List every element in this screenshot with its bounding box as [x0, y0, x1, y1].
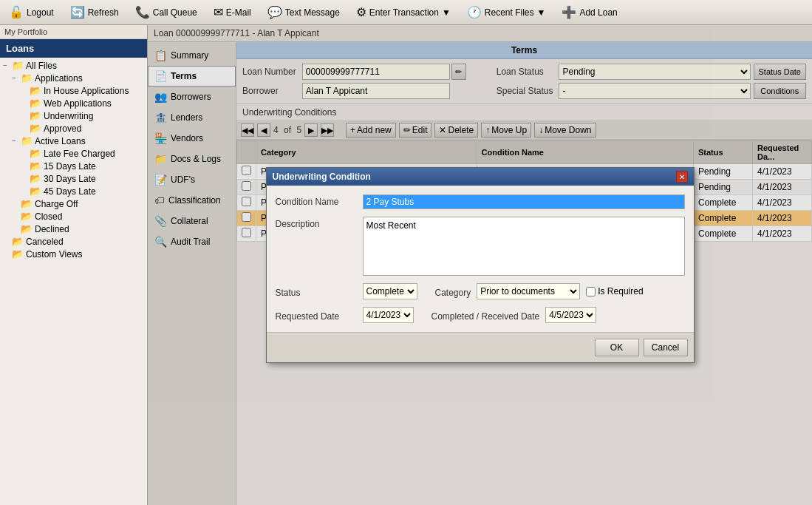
folder-icon: 📂 — [21, 223, 33, 234]
modal-close-btn[interactable]: ✕ — [676, 171, 688, 183]
description-textarea[interactable]: Most Recent — [363, 217, 685, 276]
folder-icon: 📂 — [30, 148, 41, 159]
folder-icon: 📂 — [21, 198, 33, 209]
tree: − 📁 All Files − 📁 Applications 📂 In Hous… — [0, 58, 147, 262]
expand-icon — [12, 200, 19, 208]
category-label: Category — [435, 285, 471, 298]
is-required-checkbox[interactable] — [586, 287, 596, 296]
description-label: Description — [276, 217, 357, 229]
folder-icon: 📂 — [30, 110, 41, 121]
recent-files-button[interactable]: 🕐 Recent Files ▼ — [464, 4, 549, 21]
folder-icon: 📂 — [30, 186, 41, 197]
folder-icon: 📁 — [21, 135, 33, 146]
text-message-button[interactable]: 💬 Text Message — [265, 4, 343, 21]
add-loan-button[interactable]: ➕ Add Loan — [559, 4, 620, 21]
is-required-label: Is Required — [586, 286, 643, 296]
recent-files-icon: 🕐 — [467, 5, 482, 19]
modal-dates-row: Requested Date 4/1/2023 Completed / Rece… — [276, 307, 685, 323]
folder-icon: 📁 — [12, 60, 24, 71]
folder-icon: 📂 — [30, 160, 41, 172]
toolbar: 🔓 Logout 🔄 Refresh 📞 Call Queue ✉ E-Mail… — [0, 0, 812, 25]
folder-icon: 📁 — [21, 72, 33, 84]
modal-ok-btn[interactable]: OK — [595, 339, 639, 356]
expand-icon — [21, 174, 28, 183]
enter-transaction-dropdown-icon: ▼ — [442, 7, 451, 18]
sidebar-item-canceled[interactable]: 📂 Canceled — [0, 235, 147, 248]
folder-icon: 📂 — [21, 211, 33, 222]
recent-files-dropdown-icon: ▼ — [537, 7, 546, 18]
expand-icon — [12, 212, 19, 220]
modal-cancel-btn[interactable]: Cancel — [644, 339, 688, 356]
call-queue-button[interactable]: 📞 Call Queue — [132, 4, 200, 21]
refresh-icon: 🔄 — [70, 5, 85, 19]
email-button[interactable]: ✉ E-Mail — [211, 4, 254, 21]
sidebar-item-web-apps[interactable]: 📂 Web Applications — [0, 97, 147, 109]
requested-date-select[interactable]: 4/1/2023 — [363, 307, 414, 323]
modal-condition-name-row: Condition Name — [276, 194, 685, 209]
sidebar-item-45-days[interactable]: 📂 45 Days Late — [0, 185, 147, 197]
enter-transaction-icon: ⚙ — [356, 5, 366, 19]
content-area: Loan 000009999777711 - Alan T Appicant 📋… — [148, 25, 812, 505]
sidebar-item-underwriting[interactable]: 📂 Underwriting — [0, 109, 147, 122]
call-queue-icon: 📞 — [135, 5, 150, 19]
status-label: Status — [276, 285, 357, 298]
sidebar-item-30-days[interactable]: 📂 30 Days Late — [0, 172, 147, 185]
condition-name-input[interactable] — [363, 194, 685, 209]
sidebar: My Portfolio Loans − 📁 All Files − 📁 App… — [0, 25, 148, 505]
modal-overlay: Underwriting Condition ✕ Condition Name — [236, 42, 812, 505]
sidebar-item-closed[interactable]: 📂 Closed — [0, 210, 147, 223]
text-message-icon: 💬 — [267, 5, 282, 19]
content-body: 📋 Summary 📄 Terms 👥 Borrowers 🏦 Lenders … — [148, 42, 812, 505]
expand-icon — [21, 87, 28, 95]
expand-icon — [21, 112, 28, 120]
completed-received-label: Completed / Received Date — [431, 309, 540, 322]
sidebar-item-custom-views[interactable]: 📂 Custom Views — [0, 248, 147, 260]
folder-icon: 📂 — [30, 85, 41, 96]
expand-icon — [21, 187, 28, 195]
expand-icon — [3, 237, 10, 245]
refresh-button[interactable]: 🔄 Refresh — [67, 4, 122, 21]
main-layout: My Portfolio Loans − 📁 All Files − 📁 App… — [0, 25, 812, 505]
modal-status-row: Status Complete Pending Waived Category … — [276, 283, 685, 299]
modal-title: Underwriting Condition — [273, 172, 371, 182]
expand-icon — [21, 162, 28, 170]
sidebar-item-in-house-apps[interactable]: 📂 In House Applications — [0, 84, 147, 97]
folder-icon: 📂 — [30, 98, 41, 109]
expand-icon: − — [12, 137, 19, 145]
sidebar-item-all-files[interactable]: − 📁 All Files — [0, 59, 147, 72]
expand-icon — [12, 225, 19, 233]
sidebar-item-active-loans[interactable]: − 📁 Active Loans — [0, 135, 147, 147]
logout-icon: 🔓 — [9, 5, 24, 19]
folder-icon: 📂 — [12, 236, 24, 247]
enter-transaction-button[interactable]: ⚙ Enter Transaction ▼ — [353, 4, 454, 21]
sidebar-item-approved[interactable]: 📂 Approved — [0, 122, 147, 135]
condition-name-label: Condition Name — [276, 194, 357, 207]
sidebar-item-declined[interactable]: 📂 Declined — [0, 223, 147, 235]
modal-description-row: Description Most Recent — [276, 217, 685, 276]
expand-icon — [21, 124, 28, 132]
modal-titlebar: Underwriting Condition ✕ — [267, 168, 694, 186]
logout-button[interactable]: 🔓 Logout — [6, 4, 57, 21]
expand-icon: − — [3, 61, 10, 70]
modal-underwriting-condition: Underwriting Condition ✕ Condition Name — [266, 167, 695, 363]
expand-icon: − — [12, 74, 19, 82]
add-loan-icon: ➕ — [562, 5, 576, 19]
completed-received-select[interactable]: 4/5/2023 — [545, 307, 596, 323]
folder-icon: 📂 — [12, 248, 24, 260]
folder-icon: 📂 — [30, 123, 41, 134]
sidebar-item-charge-off[interactable]: 📂 Charge Off — [0, 197, 147, 210]
my-portfolio-label: My Portfolio — [0, 25, 147, 39]
modal-footer: OK Cancel — [267, 332, 694, 362]
expand-icon — [21, 149, 28, 157]
sidebar-item-late-fee[interactable]: 📂 Late Fee Charged — [0, 147, 147, 160]
status-select[interactable]: Complete Pending Waived — [363, 283, 417, 299]
main-panel: Terms Loan Number ✏ Loan Status Pending … — [236, 42, 812, 505]
expand-icon — [3, 250, 10, 258]
expand-icon — [21, 99, 28, 107]
sidebar-item-applications[interactable]: − 📁 Applications — [0, 72, 147, 84]
sidebar-item-15-days[interactable]: 📂 15 Days Late — [0, 160, 147, 172]
requested-date-label: Requested Date — [276, 309, 357, 322]
folder-icon: 📂 — [30, 173, 41, 184]
category-select[interactable]: Prior to documents Prior to funding Prio… — [477, 283, 580, 299]
email-icon: ✉ — [214, 5, 223, 19]
